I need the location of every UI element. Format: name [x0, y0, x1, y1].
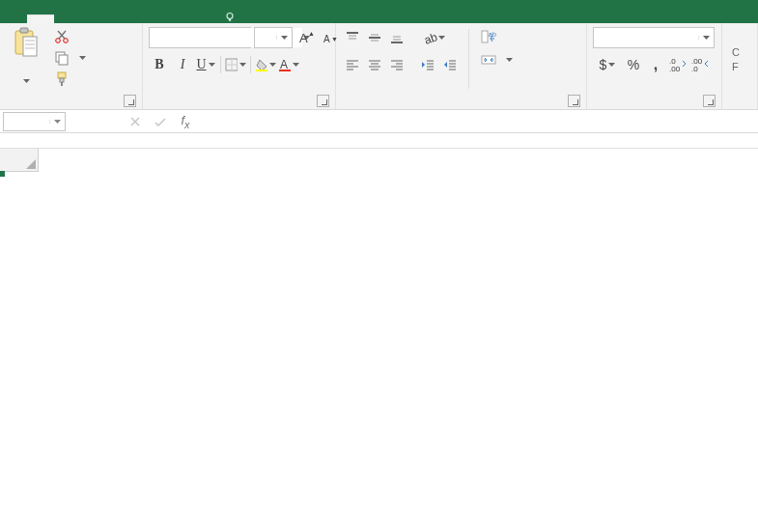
ribbon-tabs [0, 0, 758, 23]
group-more: CF [722, 23, 758, 109]
select-all-button[interactable] [0, 149, 39, 172]
wrap-text-button[interactable]: ab [477, 27, 517, 46]
merge-center-button[interactable] [477, 50, 517, 70]
svg-rect-4 [23, 37, 37, 56]
svg-rect-13 [59, 55, 68, 65]
svg-rect-24 [256, 70, 267, 71]
tab-home[interactable] [27, 14, 54, 23]
tab-page-layout[interactable] [81, 15, 108, 23]
font-launcher[interactable] [317, 95, 329, 107]
bulb-icon [224, 12, 236, 23]
enter-button[interactable] [148, 112, 173, 131]
font-color-button[interactable]: A [278, 54, 299, 75]
merge-icon [481, 52, 496, 68]
cancel-button[interactable] [123, 112, 148, 131]
name-box[interactable] [3, 112, 66, 131]
svg-text:.0: .0 [691, 65, 698, 72]
svg-rect-26 [279, 70, 291, 71]
paintbrush-icon [54, 71, 70, 87]
font-size-combo[interactable] [254, 27, 293, 48]
group-font: A▲ A▼ B I U A [143, 23, 336, 109]
svg-rect-1 [229, 19, 231, 21]
increase-indent-button[interactable] [439, 54, 461, 75]
align-right-button[interactable] [386, 54, 407, 75]
fill-color-button[interactable] [255, 54, 276, 75]
formula-input[interactable] [204, 112, 758, 131]
align-bottom-button[interactable] [386, 27, 407, 48]
paste-button[interactable] [6, 27, 46, 85]
conditional-formatting-hint: CF [732, 45, 740, 73]
active-cell-indicator [0, 172, 4, 176]
italic-button[interactable]: I [172, 54, 193, 75]
svg-rect-16 [61, 82, 63, 86]
borders-button[interactable] [225, 54, 246, 75]
decrease-indent-button[interactable] [417, 54, 438, 75]
number-launcher[interactable] [703, 95, 716, 107]
comma-button[interactable]: , [645, 54, 666, 75]
increase-font-button[interactable]: A▲ [295, 27, 317, 48]
svg-rect-57 [482, 31, 488, 42]
group-number: $ % , .0.00 .00.0 [587, 23, 722, 109]
spreadsheet-grid[interactable] [0, 149, 758, 172]
copy-button[interactable] [50, 48, 90, 68]
tab-data[interactable] [135, 15, 162, 23]
tab-file[interactable] [0, 15, 27, 23]
align-left-button[interactable] [342, 54, 363, 75]
tab-review[interactable] [162, 15, 189, 23]
svg-text:A: A [299, 31, 308, 45]
group-alignment: ab ab [336, 23, 587, 109]
svg-text:A: A [280, 58, 288, 71]
svg-line-11 [58, 31, 65, 39]
align-top-button[interactable] [342, 27, 363, 48]
tab-formulas[interactable] [108, 15, 135, 23]
percent-button[interactable]: % [623, 54, 644, 75]
clipboard-launcher[interactable] [124, 95, 136, 107]
tell-me[interactable] [216, 12, 241, 23]
svg-text:ab: ab [423, 30, 438, 45]
tab-insert[interactable] [54, 15, 81, 23]
ribbon: A▲ A▼ B I U A [0, 23, 758, 110]
align-center-button[interactable] [364, 54, 385, 75]
increase-decimal-button[interactable]: .0.00 [667, 54, 688, 75]
svg-point-0 [227, 14, 233, 19]
currency-button[interactable]: $ [593, 54, 622, 75]
scissors-icon [54, 29, 70, 44]
wrap-text-icon: ab [481, 29, 496, 44]
svg-text:▲: ▲ [308, 30, 314, 37]
svg-rect-15 [60, 78, 64, 82]
chevron-down-icon [79, 56, 86, 60]
font-name-combo[interactable] [149, 27, 251, 48]
align-middle-button[interactable] [364, 27, 385, 48]
underline-button[interactable]: U [195, 54, 216, 75]
insert-function-button[interactable]: fx [173, 112, 198, 131]
cut-button[interactable] [50, 27, 90, 46]
svg-text:A: A [323, 34, 330, 44]
formula-bar: fx [0, 110, 758, 133]
svg-rect-3 [20, 28, 28, 33]
format-painter-button[interactable] [50, 70, 90, 89]
svg-line-10 [59, 31, 66, 39]
svg-text:.00: .00 [669, 65, 681, 72]
alignment-launcher[interactable] [568, 95, 580, 107]
decrease-decimal-button[interactable]: .00.0 [689, 54, 711, 75]
group-clipboard [0, 23, 143, 109]
orientation-button[interactable]: ab [417, 27, 450, 48]
chevron-down-icon [506, 58, 513, 62]
copy-icon [54, 50, 70, 66]
number-format-combo[interactable] [593, 27, 715, 48]
bold-button[interactable]: B [149, 54, 170, 75]
svg-rect-14 [58, 72, 66, 78]
tab-view[interactable] [189, 15, 216, 23]
